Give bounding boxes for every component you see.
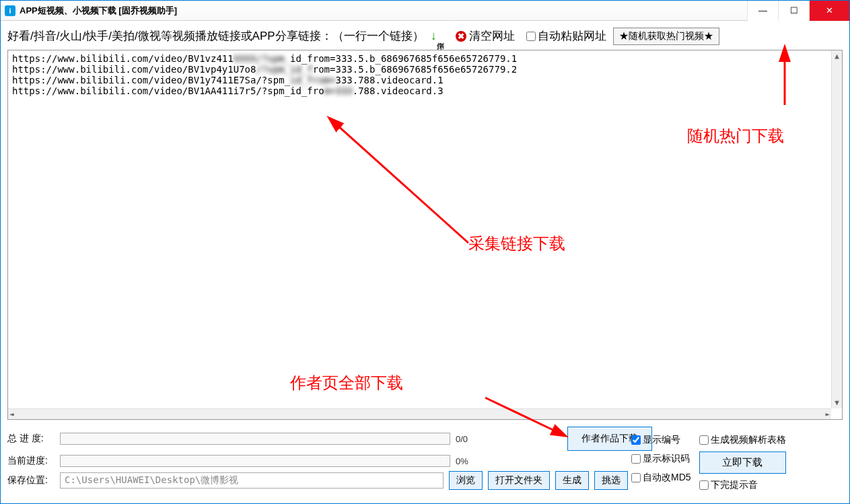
save-path-input[interactable] [60,472,444,489]
total-progress-text: 0/0 [456,434,483,444]
total-progress-label: 总 进 度: [7,433,55,445]
window-title: APP短视频、小视频下载 [固乔视频助手] [20,5,177,17]
done-sound-checkbox[interactable]: 下完提示音 [699,479,786,491]
current-progress-label: 当前进度: [7,455,55,467]
gen-table-checkbox[interactable]: 生成视频解析表格 [699,434,786,446]
open-folder-button[interactable]: 打开文件夹 [488,471,550,490]
clear-urls-button[interactable]: ✖ 清空网址 [451,26,520,46]
vertical-scrollbar[interactable]: ▲▼ [831,50,842,408]
auto-paste-checkbox[interactable]: 自动粘贴网址 [526,28,606,44]
auto-paste-input[interactable] [526,32,536,41]
minimize-button[interactable]: — [747,1,778,21]
generate-button[interactable]: 生成 [555,471,589,490]
content-area: 好看/抖音/火山/快手/美拍/微视等视频播放链接或APP分享链接：（一行一个链接… [1,21,849,503]
clear-icon: ✖ [456,31,466,42]
maximize-button[interactable]: ☐ [778,1,809,21]
auto-paste-label: 自动粘贴网址 [538,28,606,44]
browse-button[interactable]: 浏览 [449,471,483,490]
show-number-checkbox[interactable]: 显示编号 [631,434,691,446]
current-progress-bar [60,455,450,467]
random-hot-button[interactable]: ★随机获取热门视频★ [613,28,719,45]
url-textarea[interactable]: https://www.bilibili.com/video/BV1vz411X… [7,50,843,420]
arrow-down-icon: ↓ [431,29,437,43]
horizontal-scrollbar[interactable]: ◄► [8,408,831,419]
app-icon: i [5,5,15,16]
close-button[interactable]: ✕ [809,1,849,21]
titlebar: i APP短视频、小视频下载 [固乔视频助手] — ☐ ✕ [1,1,849,21]
instruction-label: 好看/抖音/火山/快手/美拍/微视等视频播放链接或APP分享链接：（一行一个链接… [7,28,424,44]
download-now-button[interactable]: 立即下载 [699,452,786,474]
url-content: https://www.bilibili.com/video/BV1vz411X… [8,50,842,99]
clear-label: 清空网址 [469,28,515,44]
select-button[interactable]: 挑选 [594,471,628,490]
top-toolbar: 好看/抖音/火山/快手/美拍/微视等视频播放链接或APP分享链接：（一行一个链接… [7,26,843,46]
show-id-checkbox[interactable]: 显示标识码 [631,453,691,465]
current-progress-text: 0% [456,456,483,466]
reverse-order-button[interactable]: ↓ 倒序 [431,29,444,43]
window-controls: — ☐ ✕ [747,1,849,21]
bottom-panel: 总 进 度: 0/0 作者作品下载 当前进度: 0% 保存位置: 浏览 打开文件… [7,424,843,498]
save-path-label: 保存位置: [7,474,55,487]
auto-md5-checkbox[interactable]: 自动改MD5 [631,472,691,484]
right-options: 显示编号 显示标识码 自动改MD5 生成视频解析表格 立即下载 下完提示音 [631,434,833,491]
total-progress-bar [60,433,450,445]
app-window: i APP短视频、小视频下载 [固乔视频助手] — ☐ ✕ 好看/抖音/火山/快… [0,0,850,504]
